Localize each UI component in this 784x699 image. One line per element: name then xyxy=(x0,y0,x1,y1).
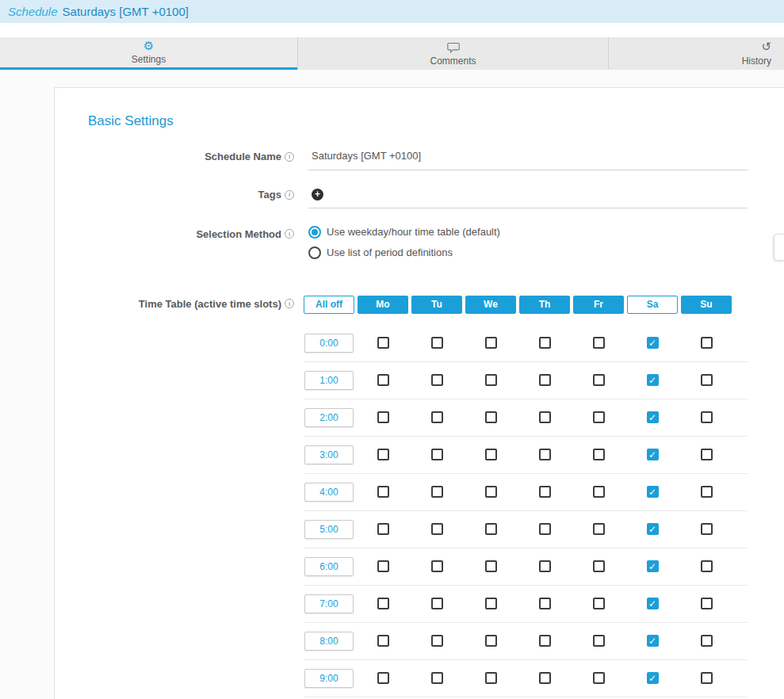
slot-checkbox-sa-5-00[interactable]: ✓ xyxy=(647,523,659,535)
slot-checkbox-su-7-00[interactable] xyxy=(701,598,713,609)
all-off-button[interactable]: All off xyxy=(304,296,354,314)
slot-checkbox-we-7-00[interactable] xyxy=(485,598,497,609)
slot-checkbox-we-4-00[interactable] xyxy=(485,486,497,498)
tab-history[interactable]: ↺ History xyxy=(608,37,784,70)
info-icon[interactable]: i xyxy=(285,152,294,162)
slot-checkbox-we-0-00[interactable] xyxy=(485,337,497,349)
slot-checkbox-tu-1-00[interactable] xyxy=(431,374,443,386)
slot-checkbox-fr-7-00[interactable] xyxy=(593,598,605,609)
slot-checkbox-su-8-00[interactable] xyxy=(701,635,713,647)
day-button-fr[interactable]: Fr xyxy=(573,296,624,314)
slot-checkbox-tu-8-00[interactable] xyxy=(431,635,443,647)
day-button-su[interactable]: Su xyxy=(681,296,732,314)
info-icon[interactable]: i xyxy=(285,229,294,239)
tab-settings[interactable]: ⚙ Settings xyxy=(0,37,297,70)
slot-checkbox-mo-5-00[interactable] xyxy=(377,523,389,535)
slot-checkbox-we-9-00[interactable] xyxy=(485,672,497,684)
time-button-5-00[interactable]: 5:00 xyxy=(304,520,354,539)
slot-checkbox-fr-2-00[interactable] xyxy=(593,411,605,423)
slot-checkbox-su-4-00[interactable] xyxy=(701,486,713,498)
slot-checkbox-fr-5-00[interactable] xyxy=(593,523,605,535)
slot-checkbox-tu-2-00[interactable] xyxy=(431,411,443,423)
day-button-mo[interactable]: Mo xyxy=(358,296,408,314)
radio-icon-selected[interactable] xyxy=(308,226,321,239)
slot-checkbox-sa-6-00[interactable]: ✓ xyxy=(647,560,659,572)
slot-checkbox-mo-2-00[interactable] xyxy=(377,411,389,423)
day-button-we[interactable]: We xyxy=(465,296,516,314)
slot-checkbox-we-2-00[interactable] xyxy=(485,411,497,423)
slot-checkbox-th-7-00[interactable] xyxy=(539,598,551,609)
info-icon[interactable]: i xyxy=(285,299,294,308)
slot-checkbox-th-9-00[interactable] xyxy=(539,672,551,684)
slot-checkbox-mo-8-00[interactable] xyxy=(377,635,389,647)
slot-checkbox-th-8-00[interactable] xyxy=(539,635,551,647)
day-button-tu[interactable]: Tu xyxy=(411,296,462,314)
slot-checkbox-fr-3-00[interactable] xyxy=(593,449,605,460)
side-flyout-handle[interactable] xyxy=(774,234,784,261)
schedule-name-field[interactable]: Saturdays [GMT +0100] xyxy=(308,148,748,170)
slot-checkbox-th-3-00[interactable] xyxy=(539,449,551,460)
slot-checkbox-fr-4-00[interactable] xyxy=(593,486,605,498)
time-button-1-00[interactable]: 1:00 xyxy=(304,371,354,390)
slot-checkbox-su-6-00[interactable] xyxy=(701,560,713,572)
slot-checkbox-we-6-00[interactable] xyxy=(485,560,497,572)
tab-comments[interactable]: Comments xyxy=(297,37,608,70)
slot-checkbox-fr-1-00[interactable] xyxy=(593,374,605,386)
time-button-7-00[interactable]: 7:00 xyxy=(304,594,354,613)
slot-checkbox-th-0-00[interactable] xyxy=(539,337,551,349)
slot-checkbox-tu-7-00[interactable] xyxy=(431,598,443,609)
slot-checkbox-su-3-00[interactable] xyxy=(701,449,713,460)
slot-checkbox-mo-9-00[interactable] xyxy=(377,672,389,684)
slot-checkbox-tu-5-00[interactable] xyxy=(431,523,443,535)
slot-checkbox-th-2-00[interactable] xyxy=(539,411,551,423)
time-button-0-00[interactable]: 0:00 xyxy=(304,334,354,353)
slot-checkbox-sa-0-00[interactable]: ✓ xyxy=(647,337,659,349)
slot-checkbox-tu-9-00[interactable] xyxy=(431,672,443,684)
slot-checkbox-sa-8-00[interactable]: ✓ xyxy=(647,635,659,647)
day-button-th[interactable]: Th xyxy=(519,296,570,314)
slot-checkbox-su-5-00[interactable] xyxy=(701,523,713,535)
slot-checkbox-fr-9-00[interactable] xyxy=(593,672,605,684)
radio-icon-unselected[interactable] xyxy=(308,246,321,259)
slot-checkbox-sa-2-00[interactable]: ✓ xyxy=(647,411,659,423)
time-button-3-00[interactable]: 3:00 xyxy=(304,445,354,464)
slot-checkbox-fr-8-00[interactable] xyxy=(593,635,605,647)
slot-checkbox-th-4-00[interactable] xyxy=(539,486,551,498)
radio-weekday-hour-table[interactable]: Use weekday/hour time table (default) xyxy=(308,226,748,239)
time-button-9-00[interactable]: 9:00 xyxy=(304,669,354,688)
slot-checkbox-sa-9-00[interactable]: ✓ xyxy=(647,672,659,684)
slot-checkbox-fr-0-00[interactable] xyxy=(593,337,605,349)
time-button-8-00[interactable]: 8:00 xyxy=(304,632,354,651)
slot-checkbox-tu-6-00[interactable] xyxy=(431,560,443,572)
slot-checkbox-we-5-00[interactable] xyxy=(485,523,497,535)
slot-checkbox-mo-6-00[interactable] xyxy=(377,560,389,572)
time-button-4-00[interactable]: 4:00 xyxy=(304,483,354,502)
info-icon[interactable]: i xyxy=(285,190,294,200)
slot-checkbox-mo-0-00[interactable] xyxy=(377,337,389,349)
slot-checkbox-su-1-00[interactable] xyxy=(701,374,713,386)
time-button-2-00[interactable]: 2:00 xyxy=(304,408,354,427)
slot-checkbox-we-1-00[interactable] xyxy=(485,374,497,386)
slot-checkbox-sa-4-00[interactable]: ✓ xyxy=(647,486,659,498)
schedule-name-input[interactable]: Saturdays [GMT +0100] xyxy=(308,148,748,170)
slot-checkbox-su-9-00[interactable] xyxy=(701,672,713,684)
slot-checkbox-su-2-00[interactable] xyxy=(701,411,713,423)
slot-checkbox-tu-0-00[interactable] xyxy=(431,337,443,349)
slot-checkbox-tu-3-00[interactable] xyxy=(431,449,443,460)
radio-period-definitions[interactable]: Use list of period definitions xyxy=(308,246,748,259)
slot-checkbox-th-1-00[interactable] xyxy=(539,374,551,386)
slot-checkbox-mo-3-00[interactable] xyxy=(377,449,389,460)
add-tag-button[interactable]: + xyxy=(312,189,323,201)
slot-checkbox-sa-1-00[interactable]: ✓ xyxy=(647,374,659,386)
slot-checkbox-sa-7-00[interactable]: ✓ xyxy=(647,598,659,609)
slot-checkbox-tu-4-00[interactable] xyxy=(431,486,443,498)
slot-checkbox-th-6-00[interactable] xyxy=(539,560,551,572)
slot-checkbox-sa-3-00[interactable]: ✓ xyxy=(647,449,659,460)
slot-checkbox-we-3-00[interactable] xyxy=(485,449,497,460)
slot-checkbox-th-5-00[interactable] xyxy=(539,523,551,535)
slot-checkbox-mo-4-00[interactable] xyxy=(377,486,389,498)
slot-checkbox-fr-6-00[interactable] xyxy=(593,560,605,572)
slot-checkbox-mo-7-00[interactable] xyxy=(377,598,389,609)
slot-checkbox-su-0-00[interactable] xyxy=(701,337,713,349)
time-button-6-00[interactable]: 6:00 xyxy=(304,557,354,576)
